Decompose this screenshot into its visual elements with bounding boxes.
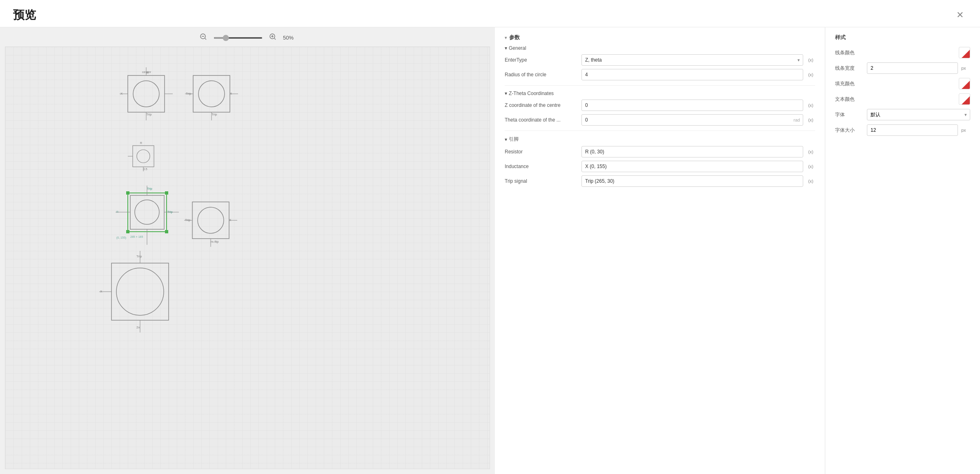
inductance-input[interactable] bbox=[581, 161, 803, 172]
pins-label: 引脚 bbox=[509, 136, 519, 143]
radius-input[interactable] bbox=[581, 69, 803, 80]
zoom-in-icon bbox=[269, 33, 276, 40]
font-select[interactable]: 默认 Arial Helvetica bbox=[867, 109, 970, 120]
resistor-reset-button[interactable]: (x) bbox=[806, 149, 815, 154]
trip-reset-button[interactable]: (x) bbox=[806, 179, 815, 184]
theta-coord-reset-button[interactable]: (x) bbox=[806, 117, 815, 122]
svg-line-6 bbox=[274, 38, 276, 40]
svg-rect-31 bbox=[128, 193, 167, 232]
line-color-row: 线条颜色 bbox=[835, 47, 970, 58]
component-6: Trip X 2x bbox=[99, 251, 181, 332]
inductance-row: Inductance (x) bbox=[505, 161, 815, 172]
trip-input[interactable] bbox=[581, 175, 803, 187]
general-label: General bbox=[509, 45, 526, 51]
svg-point-26 bbox=[137, 150, 150, 163]
theta-unit-label: rad bbox=[793, 117, 800, 122]
svg-line-2 bbox=[205, 38, 206, 40]
params-section-header[interactable]: ▾ 参数 bbox=[505, 34, 815, 41]
z-theta-subsection-header[interactable]: ▾ Z-Theta Coordinates bbox=[505, 91, 815, 96]
zoom-in-button[interactable] bbox=[267, 32, 279, 43]
canvas-toolbar: 50% bbox=[5, 32, 490, 43]
zoom-out-button[interactable] bbox=[197, 32, 209, 43]
radius-reset-button[interactable]: (x) bbox=[806, 72, 815, 77]
fill-color-swatch[interactable] bbox=[959, 78, 970, 89]
component-5: Trip m-flip X bbox=[184, 194, 237, 247]
text-color-swatch-triangle bbox=[962, 96, 970, 104]
line-width-input[interactable] bbox=[867, 62, 958, 74]
component-2: Trip Trip X bbox=[185, 67, 238, 120]
component-4-selected: Trip Trip R 285 × 165 (0, 155) bbox=[116, 186, 181, 251]
text-color-swatch[interactable] bbox=[959, 93, 970, 105]
resistor-row: Resistor (x) bbox=[505, 146, 815, 157]
svg-text:Trip: Trip bbox=[136, 255, 142, 258]
svg-text:m-flip: m-flip bbox=[211, 240, 219, 244]
trip-label: Trip signal bbox=[505, 178, 578, 184]
fill-color-row: 填充颜色 bbox=[835, 78, 970, 89]
trip-row: Trip signal (x) bbox=[505, 175, 815, 187]
z-coord-row: Z coordinate of the centre (x) bbox=[505, 100, 815, 111]
theta-input-wrapper: rad bbox=[581, 114, 803, 126]
enter-type-select[interactable]: Z, theta XY bbox=[581, 54, 803, 66]
theta-coord-label: Theta coordinate of the ... bbox=[505, 117, 578, 123]
svg-text:Trip: Trip bbox=[147, 187, 152, 190]
zoom-out-icon bbox=[200, 33, 207, 40]
params-arrow-icon: ▾ bbox=[505, 35, 507, 40]
svg-text:2x: 2x bbox=[136, 326, 140, 329]
svg-point-8 bbox=[133, 81, 159, 107]
enter-type-select-wrapper: Z, theta XY bbox=[581, 54, 803, 66]
svg-text:285 × 165: 285 × 165 bbox=[130, 235, 143, 238]
svg-point-33 bbox=[135, 200, 159, 224]
z-theta-label: Z-Theta Coordinates bbox=[509, 91, 554, 96]
enter-type-row: EnterType Z, theta XY (x) bbox=[505, 54, 815, 66]
line-width-unit: px bbox=[961, 66, 970, 71]
general-subsection-header[interactable]: ▾ General bbox=[505, 45, 815, 51]
font-size-input[interactable] bbox=[867, 124, 958, 136]
svg-text:R: R bbox=[146, 71, 149, 75]
theta-coord-row: Theta coordinate of the ... rad (x) bbox=[505, 114, 815, 126]
params-panel: ▾ 参数 ▾ General EnterType Z, theta XY bbox=[495, 27, 825, 474]
enter-type-reset-button[interactable]: (x) bbox=[806, 58, 815, 62]
line-color-swatch-triangle bbox=[962, 50, 970, 58]
style-panel-title: 样式 bbox=[835, 34, 970, 41]
svg-text:(0, 155): (0, 155) bbox=[116, 236, 126, 239]
z-coord-reset-button[interactable]: (x) bbox=[806, 103, 815, 108]
font-size-label: 字体大小 bbox=[835, 127, 864, 134]
fill-color-swatch-triangle bbox=[962, 81, 970, 89]
font-select-wrapper: 默认 Arial Helvetica bbox=[867, 109, 970, 120]
close-button[interactable]: ✕ bbox=[953, 9, 967, 21]
svg-rect-36 bbox=[126, 230, 129, 233]
canvas-area: 50% center X Trip R bbox=[0, 27, 495, 474]
line-width-label: 线条宽度 bbox=[835, 65, 864, 72]
enter-type-label: EnterType bbox=[505, 57, 578, 63]
svg-rect-25 bbox=[133, 146, 154, 167]
style-panel: 样式 线条颜色 线条宽度 px 填充颜色 bbox=[825, 27, 980, 474]
line-color-label: 线条颜色 bbox=[835, 49, 864, 56]
svg-text:R: R bbox=[140, 142, 142, 144]
inductance-reset-button[interactable]: (x) bbox=[806, 164, 815, 169]
component-3: R 0.5 bbox=[128, 141, 158, 171]
svg-point-18 bbox=[198, 81, 225, 107]
svg-rect-34 bbox=[126, 191, 129, 195]
pins-arrow-icon: ▾ bbox=[505, 137, 507, 142]
modal: 预览 ✕ bbox=[0, 0, 980, 474]
zoom-slider[interactable] bbox=[214, 37, 263, 39]
canvas-viewport[interactable]: center X Trip R Trip Trip X bbox=[5, 47, 490, 469]
z-coord-input[interactable] bbox=[581, 100, 803, 111]
inductance-label: Inductance bbox=[505, 164, 578, 169]
svg-text:0.5: 0.5 bbox=[143, 168, 147, 171]
line-color-swatch[interactable] bbox=[959, 47, 970, 58]
svg-rect-35 bbox=[165, 191, 168, 195]
pins-subsection-header[interactable]: ▾ 引脚 bbox=[505, 136, 815, 143]
svg-rect-37 bbox=[165, 230, 168, 233]
font-row: 字体 默认 Arial Helvetica bbox=[835, 109, 970, 120]
svg-text:Trip: Trip bbox=[146, 113, 152, 116]
resistor-input[interactable] bbox=[581, 146, 803, 157]
modal-header: 预览 ✕ bbox=[0, 0, 980, 27]
z-theta-arrow-icon: ▾ bbox=[505, 91, 507, 96]
font-size-unit: px bbox=[961, 128, 970, 133]
svg-rect-55 bbox=[111, 263, 169, 320]
params-section-label: 参数 bbox=[509, 34, 520, 41]
theta-coord-input[interactable] bbox=[581, 114, 803, 126]
component-1: center X Trip R bbox=[120, 67, 173, 120]
font-size-row: 字体大小 px bbox=[835, 124, 970, 136]
